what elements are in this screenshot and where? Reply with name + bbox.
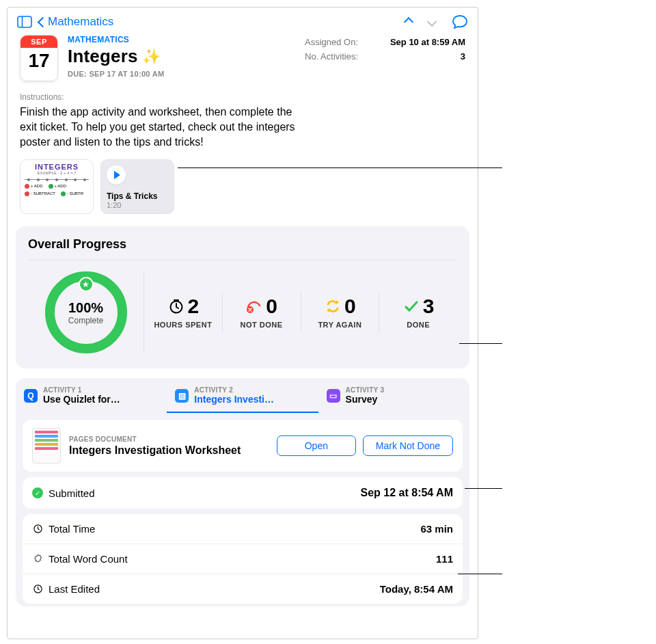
stat-hours-spent: 2 HOURS SPENT — [144, 292, 223, 333]
attachment-audio[interactable]: Tips & Tricks 1:20 — [100, 159, 174, 214]
play-icon — [107, 165, 126, 185]
stat-try-again: 0 TRY AGAIN — [301, 292, 380, 333]
activity-kicker: PAGES DOCUMENT — [69, 435, 269, 443]
activity-title: Integers Investigation Worksheet — [69, 444, 269, 457]
sidebar-toggle-icon[interactable] — [17, 16, 32, 28]
chevron-up-icon — [404, 17, 413, 27]
callout-line — [465, 488, 502, 489]
activity-detail-row: PAGES DOCUMENT Integers Investigation Wo… — [23, 420, 463, 472]
submitted-value: Sep 12 at 8:54 AM — [361, 487, 453, 499]
calendar-month: SEP — [20, 36, 57, 48]
quizlet-icon: Q — [24, 389, 38, 403]
chevron-left-icon — [38, 16, 49, 27]
page-title: Integers — [68, 46, 138, 67]
calendar-day: 17 — [20, 48, 57, 72]
progress-ring: ★ 100% Complete — [45, 271, 127, 353]
checkmark-icon — [402, 297, 420, 315]
assigned-on-value: Sep 10 at 8:59 AM — [390, 37, 465, 47]
activity-tabs: Q ACTIVITY 1 Use Quizlet for… ▧ ACTIVITY… — [16, 378, 469, 413]
subject-label: MATHEMATICS — [68, 35, 295, 44]
attachments-row: INTEGERS EXAMPLE · 3 + 4 = 7 + ADD+ ADD … — [8, 154, 478, 226]
assignment-meta: Assigned On: Sep 10 at 8:59 AM No. Activ… — [305, 35, 465, 64]
pages-icon: ▧ — [175, 389, 189, 403]
assignment-header: SEP 17 MATHEMATICS Integers ✨ DUE: SEP 1… — [8, 32, 478, 87]
instructions-heading: Instructions: — [8, 87, 478, 103]
badge-small-icon — [32, 554, 43, 565]
top-bar: Mathematics — [8, 8, 478, 32]
audio-duration: 1:20 — [107, 201, 168, 209]
back-label: Mathematics — [48, 15, 113, 29]
clock-small-icon — [32, 524, 43, 535]
calendar-tile: SEP 17 — [20, 35, 58, 81]
comments-button[interactable] — [452, 14, 468, 29]
activities-count-label: No. Activities: — [305, 51, 358, 62]
submitted-label: Submitted — [49, 487, 95, 499]
audio-title: Tips & Tricks — [107, 191, 168, 201]
prev-button[interactable] — [405, 18, 412, 25]
activities-card: Q ACTIVITY 1 Use Quizlet for… ▧ ACTIVITY… — [16, 378, 469, 606]
stat-done: 3 DONE — [379, 292, 457, 333]
due-label: DUE: SEP 17 AT 10:00 AM — [68, 70, 295, 78]
overall-progress-card: Overall Progress ★ 100% Complete 2 — [16, 226, 469, 368]
tab-activity-1[interactable]: Q ACTIVITY 1 Use Quizlet for… — [16, 378, 167, 413]
survey-icon: ▭ — [327, 389, 340, 403]
next-button[interactable] — [428, 18, 435, 25]
stat-not-done: 0 NOT DONE — [223, 292, 301, 333]
retry-icon — [324, 297, 342, 315]
progress-percent: 100% — [68, 300, 103, 316]
submitted-check-icon: ✓ — [32, 487, 43, 498]
clock-small-icon-2 — [32, 584, 43, 595]
poster-title: INTEGERS — [20, 160, 93, 171]
callout-line — [458, 574, 502, 574]
progress-percent-sub: Complete — [68, 316, 103, 325]
callout-line — [178, 167, 502, 168]
callout-line — [459, 343, 502, 344]
chevron-down-icon — [427, 17, 437, 27]
svg-rect-0 — [18, 16, 31, 27]
clock-icon — [167, 297, 185, 315]
star-icon: ★ — [79, 277, 94, 292]
mark-not-done-button[interactable]: Mark Not Done — [363, 435, 453, 456]
open-button[interactable]: Open — [277, 435, 356, 456]
instructions-text: Finish the app activity and worksheet, t… — [8, 103, 336, 154]
document-thumbnail[interactable] — [32, 428, 61, 464]
row-last-edited: Last Edited Today, 8:54 AM — [23, 574, 463, 604]
row-total-time: Total Time 63 min — [23, 514, 463, 544]
assigned-on-label: Assigned On: — [305, 37, 358, 47]
overall-progress-title: Overall Progress — [28, 237, 457, 260]
sparkle-icon: ✨ — [142, 48, 161, 66]
app-window: Mathematics SEP 17 MATHEMATICS Integers — [7, 7, 478, 639]
tab-activity-3[interactable]: ▭ ACTIVITY 3 Survey — [318, 378, 469, 413]
row-word-count: Total Word Count 111 — [23, 544, 463, 574]
activities-count-value: 3 — [461, 51, 465, 62]
not-done-icon — [245, 297, 263, 315]
tab-activity-2[interactable]: ▧ ACTIVITY 2 Integers Investi… — [167, 378, 318, 413]
activity-stats-list: Total Time 63 min Total Word Count 111 L… — [23, 514, 463, 604]
submitted-row: ✓ Submitted Sep 12 at 8:54 AM — [23, 477, 463, 509]
back-button[interactable]: Mathematics — [39, 15, 113, 29]
attachment-poster[interactable]: INTEGERS EXAMPLE · 3 + 4 = 7 + ADD+ ADD … — [20, 159, 94, 214]
